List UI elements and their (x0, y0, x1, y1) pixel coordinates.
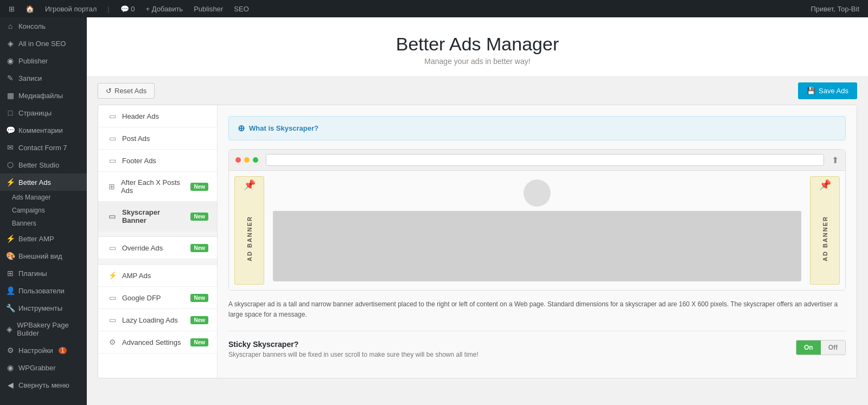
tools-icon: 🔧 (5, 304, 15, 312)
sidebar-item-appearance[interactable]: 🎨 Внешний вид (0, 247, 87, 265)
wp-logo-icon[interactable]: ⊞ (4, 5, 19, 13)
sticky-desc: Skyscraper banners will be fixed in user… (228, 351, 478, 358)
page-title: Better Ads Manager (98, 34, 857, 55)
after-each-x-posts-icon: ⊞ (107, 182, 117, 191)
lazy-loading-new-badge: New (190, 316, 208, 324)
settings-icon: ⚙ (5, 346, 15, 355)
better-amp-icon: ⚡ (5, 234, 15, 243)
sidebar-item-media[interactable]: ▦ Медиафайлы (0, 87, 87, 104)
sidebar-sub-item-campaigns[interactable]: Campaigns (0, 204, 87, 217)
advanced-settings-icon: ⚙ (107, 338, 118, 346)
seo-link[interactable]: SEO (229, 5, 253, 13)
browser-url-bar (266, 154, 824, 166)
page-content-mockup (270, 176, 805, 285)
sidebar-item-collapse[interactable]: ◀ Свернуть меню (0, 376, 87, 394)
skyscraper-description: A skyscraper ad is a tall and narrow ban… (228, 299, 846, 320)
comments-icon: 💬 (5, 126, 15, 134)
sidebar-item-posts[interactable]: ✎ Записи (0, 69, 87, 87)
header-ads-icon: ▭ (107, 112, 118, 120)
ads-menu-item-header-ads[interactable]: ▭ Header Ads (98, 105, 217, 127)
page-header: Better Ads Manager Manage your ads in be… (87, 17, 868, 77)
ads-menu-item-after-each-x-posts[interactable]: ⊞ After Each X Posts Ads New (98, 172, 217, 202)
sidebar-item-allinone-seo[interactable]: ◈ All in One SEO (0, 35, 87, 52)
better-ads-icon: ⚡ (5, 178, 15, 187)
plugins-icon: ⊞ (5, 269, 15, 278)
better-studio-icon: ⬡ (5, 160, 15, 169)
override-ads-icon: ▭ (107, 243, 118, 252)
sidebar-item-contact-form[interactable]: ✉ Contact Form 7 (0, 139, 87, 156)
sidebar-sub-item-ads-manager[interactable]: Ads Manager (0, 191, 87, 204)
sticky-setting-info: Sticky Skyscraper? Skyscraper banners wi… (228, 340, 478, 358)
admin-home-icon[interactable]: 🏠 (21, 5, 39, 13)
sidebar-item-comments[interactable]: 💬 Комментарии (0, 121, 87, 139)
site-name[interactable]: Игровой портал (41, 5, 101, 13)
sidebar-item-users[interactable]: 👤 Пользователи (0, 282, 87, 299)
amp-ads-icon: ⚡ (107, 271, 118, 280)
pages-icon: □ (5, 108, 15, 117)
sticky-toggle[interactable]: On Off (796, 340, 846, 355)
save-icon: 💾 (807, 87, 815, 95)
skyscraper-right-text: AD BANNER (822, 216, 828, 261)
reset-ads-button[interactable]: ↺ Reset Ads (98, 83, 155, 99)
comments-link[interactable]: 💬 0 (116, 5, 139, 13)
info-box[interactable]: ⊕ What is Skyscraper? (228, 116, 846, 140)
reset-icon: ↺ (106, 87, 112, 95)
toggle-off-button[interactable]: Off (821, 340, 845, 355)
post-ads-icon: ▭ (107, 134, 118, 143)
skyscraper-new-badge: New (190, 213, 208, 221)
ads-menu-item-google-dfp[interactable]: ▭ Google DFP New (98, 287, 217, 309)
save-ads-button[interactable]: 💾 Save Ads (798, 82, 857, 99)
sidebar-item-better-studio[interactable]: ⬡ Better Studio (0, 156, 87, 173)
sidebar-item-console[interactable]: ⌂ Консоль (0, 17, 87, 35)
appearance-icon: 🎨 (5, 252, 15, 260)
sidebar: ⌂ Консоль ◈ All in One SEO ◉ Publisher ✎… (0, 17, 87, 405)
skyscraper-left: 📌 AD BANNER (234, 176, 264, 285)
sidebar-item-plugins[interactable]: ⊞ Плагины (0, 265, 87, 282)
browser-share-icon: ⬆ (832, 155, 839, 165)
ads-menu-item-lazy-loading[interactable]: ▭ Lazy Loading Ads New (98, 309, 217, 331)
browser-body: 📌 AD BANNER 📌 AD BANNER (229, 171, 845, 290)
lazy-loading-icon: ▭ (107, 316, 118, 324)
ads-menu-item-override-ads[interactable]: ▭ Override Ads New (98, 237, 217, 259)
ads-menu: ▭ Header Ads ▭ Post Ads ▭ Footer Ads ⊞ A… (98, 105, 218, 378)
sidebar-item-wpbakery[interactable]: ◈ WPBakery Page Builder (0, 317, 87, 342)
ads-menu-item-amp-ads[interactable]: ⚡ AMP Ads (98, 265, 217, 287)
info-icon: ⊕ (238, 123, 245, 133)
override-new-badge: New (190, 244, 208, 252)
browser-dot-red (235, 157, 241, 163)
media-icon: ▦ (5, 91, 15, 100)
browser-dot-yellow (244, 157, 250, 163)
sticky-label: Sticky Skyscraper? (228, 340, 478, 349)
skyscraper-left-text: AD BANNER (246, 216, 253, 261)
google-dfp-new-badge: New (190, 294, 208, 302)
pin-right-icon: 📌 (819, 179, 831, 191)
collapse-icon: ◀ (5, 381, 15, 389)
main-panel: ▭ Header Ads ▭ Post Ads ▭ Footer Ads ⊞ A… (98, 105, 857, 378)
seo-icon: ◈ (5, 39, 15, 48)
sticky-setting-row: Sticky Skyscraper? Skyscraper banners wi… (228, 331, 846, 367)
sidebar-sub-item-banners[interactable]: Banners (0, 217, 87, 230)
toggle-on-button[interactable]: On (796, 340, 821, 355)
content-area: Better Ads Manager Manage your ads in be… (87, 17, 868, 405)
sidebar-item-wpgrabber[interactable]: ◉ WPGrabber (0, 359, 87, 376)
ads-menu-item-footer-ads[interactable]: ▭ Footer Ads (98, 150, 217, 172)
ads-menu-item-post-ads[interactable]: ▭ Post Ads (98, 127, 217, 150)
sidebar-item-pages[interactable]: □ Страницы (0, 104, 87, 121)
sidebar-item-tools[interactable]: 🔧 Инструменты (0, 299, 87, 317)
ads-content: ⊕ What is Skyscraper? ⬆ � (218, 105, 857, 378)
browser-bar: ⬆ (229, 150, 845, 171)
posts-icon: ✎ (5, 74, 15, 82)
mockup-content (273, 211, 801, 281)
publisher-link[interactable]: Publisher (189, 5, 227, 13)
sidebar-item-better-amp[interactable]: ⚡ Better AMP (0, 230, 87, 247)
wpgrabber-icon: ◉ (5, 363, 15, 372)
sidebar-item-settings[interactable]: ⚙ Настройки 1 (0, 342, 87, 359)
ads-menu-item-advanced-settings[interactable]: ⚙ Advanced Settings New (98, 331, 217, 353)
browser-dot-green (253, 157, 258, 163)
pin-left-icon: 📌 (244, 179, 256, 191)
ads-menu-item-skyscraper-banner[interactable]: ▭ Skyscraper Banner New (98, 202, 217, 232)
google-dfp-icon: ▭ (107, 293, 118, 302)
add-new-link[interactable]: + Добавить (141, 5, 187, 13)
sidebar-item-better-ads[interactable]: ⚡ Better Ads (0, 173, 87, 191)
sidebar-item-publisher[interactable]: ◉ Publisher (0, 52, 87, 69)
